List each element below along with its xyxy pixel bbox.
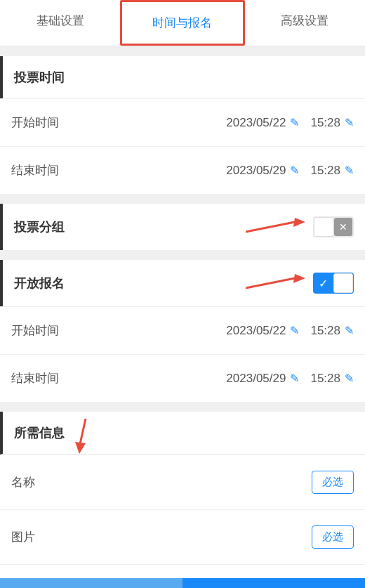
open-signup-header: 开放报名 ✓	[0, 260, 365, 306]
voting-end-date-input[interactable]: 2023/05/29 ✎	[226, 164, 299, 178]
signup-start-row: 开始时间 2023/05/22 ✎ 15:28 ✎	[0, 306, 365, 354]
image-required-badge[interactable]: 必选	[312, 525, 354, 549]
signup-start-time-input[interactable]: 15:28 ✎	[310, 324, 354, 338]
annotation-arrow-icon	[246, 218, 305, 236]
check-icon: ✓	[319, 277, 328, 290]
image-label: 图片	[11, 529, 312, 545]
svg-marker-1	[293, 218, 305, 227]
voting-group-title: 投票分组	[14, 218, 65, 235]
next-button[interactable]: 下一步	[182, 578, 365, 588]
svg-marker-3	[293, 274, 305, 283]
svg-line-2	[246, 278, 295, 288]
voting-end-time-input[interactable]: 15:28 ✎	[310, 164, 354, 178]
edit-icon: ✎	[290, 164, 299, 177]
open-signup-toggle[interactable]: ✓	[313, 273, 354, 294]
voting-group-header: 投票分组 ✕	[0, 204, 365, 250]
annotation-arrow-down-icon	[73, 419, 91, 454]
name-required-badge[interactable]: 必选	[312, 471, 354, 494]
signup-end-label: 结束时间	[11, 370, 215, 386]
edit-icon: ✎	[345, 324, 354, 337]
annotation-arrow-icon	[246, 274, 305, 292]
edit-icon: ✎	[290, 372, 299, 385]
edit-icon: ✎	[290, 324, 299, 337]
signup-end-date-input[interactable]: 2023/05/29 ✎	[226, 372, 299, 386]
voting-time-title: 投票时间	[14, 69, 65, 86]
voting-start-row: 开始时间 2023/05/22 ✎ 15:28 ✎	[0, 98, 365, 146]
signup-end-row: 结束时间 2023/05/29 ✎ 15:28 ✎	[0, 354, 365, 402]
publish-question-button[interactable]: ⓘ 对发布疑问	[0, 578, 182, 588]
name-row: 名称 必选	[0, 455, 365, 509]
signup-start-label: 开始时间	[11, 322, 215, 339]
voting-start-label: 开始时间	[11, 115, 215, 131]
tab-time-signup[interactable]: 时间与报名	[120, 0, 244, 46]
svg-line-0	[246, 222, 295, 232]
voting-time-header: 投票时间	[0, 56, 365, 98]
x-icon: ✕	[334, 218, 352, 236]
voting-end-label: 结束时间	[11, 162, 215, 178]
required-info-header: 所需信息	[0, 412, 365, 455]
voting-end-row: 结束时间 2023/05/29 ✎ 15:28 ✎	[0, 146, 365, 194]
edit-icon: ✎	[345, 372, 354, 385]
edit-icon: ✎	[290, 116, 299, 129]
open-signup-title: 开放报名	[14, 275, 65, 292]
svg-line-4	[80, 419, 86, 444]
svg-marker-5	[75, 442, 86, 454]
required-info-title: 所需信息	[14, 424, 65, 441]
tabs-container: 基础设置 时间与报名 高级设置	[0, 0, 365, 46]
edit-icon: ✎	[345, 116, 354, 129]
signup-start-date-input[interactable]: 2023/05/22 ✎	[226, 324, 299, 338]
voting-group-toggle[interactable]: ✕	[313, 216, 354, 237]
name-label: 名称	[11, 474, 312, 490]
tab-advanced[interactable]: 高级设置	[245, 0, 365, 46]
image-row: 图片 必选	[0, 509, 365, 564]
voting-start-time-input[interactable]: 15:28 ✎	[310, 116, 354, 130]
edit-icon: ✎	[345, 164, 354, 177]
signup-end-time-input[interactable]: 15:28 ✎	[310, 372, 354, 386]
tab-basic[interactable]: 基础设置	[0, 0, 120, 46]
footer-bar: ⓘ 对发布疑问 下一步	[0, 578, 365, 588]
voting-start-date-input[interactable]: 2023/05/22 ✎	[226, 116, 299, 130]
